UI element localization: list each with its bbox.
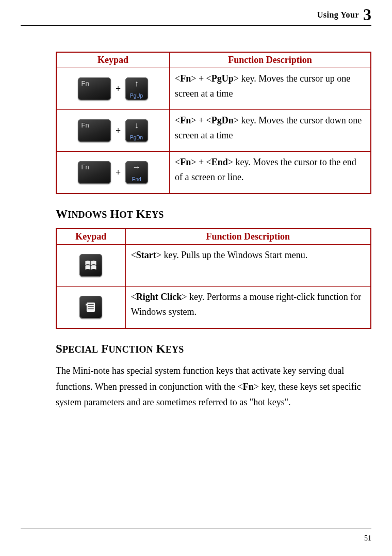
text: < <box>131 250 136 260</box>
table-row: Fn + ↓ PgDn <Fn> + <PgDn> key. Moves the… <box>56 110 371 152</box>
end-key-icon: → End <box>125 161 148 184</box>
heading-cap: K <box>136 208 145 220</box>
table-row: Fn + → End <Fn> + <End> key. Moves the c… <box>56 152 371 194</box>
pgdn-key-icon: ↓ PgDn <box>125 119 148 142</box>
keypad-cell: Fn + ↑ PgUp <box>56 68 170 110</box>
text: > + < <box>191 73 211 84</box>
heading-rest: PECIAL <box>62 344 98 355</box>
text-bold: End <box>211 157 228 167</box>
table-row: <Start> key. Pulls up the Windows Start … <box>56 245 371 287</box>
svg-rect-3 <box>88 308 94 309</box>
text-bold: Fn <box>180 73 191 84</box>
text: > + < <box>191 157 211 167</box>
up-arrow-icon: ↑ <box>125 80 148 88</box>
keypad-cell <box>56 245 125 287</box>
section-heading-windows-hot-keys: WINDOWS HOT KEYS <box>56 208 371 221</box>
heading-rest: UNCTION <box>108 344 153 355</box>
windows-key-icon <box>79 254 102 277</box>
heading-cap: H <box>110 208 119 220</box>
table-row: Fn + ↑ PgUp <Fn> + <PgUp> key. Moves the… <box>56 68 371 110</box>
text: < <box>175 115 180 125</box>
plus-sign: + <box>116 125 121 136</box>
fn-key-label: Fn <box>81 121 89 129</box>
pgup-key-icon: ↑ PgUp <box>125 77 148 100</box>
text: < <box>175 73 180 84</box>
text-bold: Fn <box>243 382 254 392</box>
col-description: Function Description <box>125 229 371 245</box>
keypad-cell <box>56 287 125 329</box>
col-description: Function Description <box>170 52 371 68</box>
chapter-number: 3 <box>363 5 371 24</box>
menu-icon <box>79 296 102 319</box>
fn-key-icon: Fn <box>78 161 111 184</box>
keypad-cell: Fn + → End <box>56 152 170 194</box>
table-header-row: Keypad Function Description <box>56 52 371 68</box>
keypad-cell: Fn + ↓ PgDn <box>56 110 170 152</box>
page-content: Keypad Function Description Fn + ↑ PgUp … <box>56 52 371 410</box>
footer-rule <box>21 529 371 529</box>
description-cell: <Fn> + <End> key. Moves the cursor to th… <box>170 152 371 194</box>
heading-rest: INDOWS <box>68 210 107 220</box>
text-bold: PgUp <box>211 73 234 84</box>
context-menu-key-icon <box>79 296 102 319</box>
chapter-label: Using Your <box>317 10 359 19</box>
heading-rest: EYS <box>166 344 184 355</box>
text-bold: Start <box>136 250 156 260</box>
windows-logo-icon <box>79 254 102 277</box>
fn-key-label: Fn <box>81 163 89 171</box>
right-arrow-icon: → <box>125 163 148 171</box>
text-bold: Fn <box>180 157 191 167</box>
table-row: <Right Click> key. Performs a mouse righ… <box>56 287 371 329</box>
down-arrow-icon: ↓ <box>125 121 148 130</box>
page-number: 51 <box>364 534 371 543</box>
key-bottom-label: PgUp <box>125 93 148 99</box>
text: > key. Pulls up the Windows Start menu. <box>156 250 307 260</box>
fn-key-icon: Fn <box>78 77 111 100</box>
description-cell: <Fn> + <PgUp> key. Moves the cursor up o… <box>170 68 371 110</box>
fn-keys-table: Keypad Function Description Fn + ↑ PgUp … <box>56 52 371 194</box>
description-cell: <Right Click> key. Performs a mouse righ… <box>125 287 371 329</box>
body-paragraph: The Mini-note has special system functio… <box>56 363 371 410</box>
heading-cap: K <box>156 342 166 355</box>
page-header: Using Your 3 <box>21 5 371 26</box>
key-bottom-label: End <box>125 177 148 182</box>
svg-rect-2 <box>88 306 94 307</box>
key-bottom-label: PgDn <box>125 135 148 140</box>
description-cell: <Start> key. Pulls up the Windows Start … <box>125 245 371 287</box>
fn-key-icon: Fn <box>78 119 111 142</box>
text-bold: Right Click <box>136 292 182 302</box>
col-keypad: Keypad <box>56 52 170 68</box>
heading-rest: OT <box>119 210 133 220</box>
description-cell: <Fn> + <PgDn> key. Moves the cursor down… <box>170 110 371 152</box>
col-keypad: Keypad <box>56 229 125 245</box>
heading-rest: EYS <box>145 210 164 220</box>
svg-rect-1 <box>88 304 94 305</box>
heading-cap: S <box>56 342 62 355</box>
section-heading-special-function-keys: SPECIAL FUNCTION KEYS <box>56 342 371 356</box>
heading-cap: F <box>101 342 108 355</box>
text-bold: PgDn <box>211 115 234 125</box>
fn-key-label: Fn <box>81 80 89 87</box>
text: > + < <box>191 115 211 125</box>
plus-sign: + <box>116 167 121 178</box>
text: < <box>131 292 136 302</box>
text: < <box>175 157 180 167</box>
heading-cap: W <box>56 208 68 220</box>
plus-sign: + <box>116 84 121 94</box>
table-header-row: Keypad Function Description <box>56 229 371 245</box>
windows-keys-table: Keypad Function Description < <box>56 228 371 329</box>
text-bold: Fn <box>180 115 191 125</box>
